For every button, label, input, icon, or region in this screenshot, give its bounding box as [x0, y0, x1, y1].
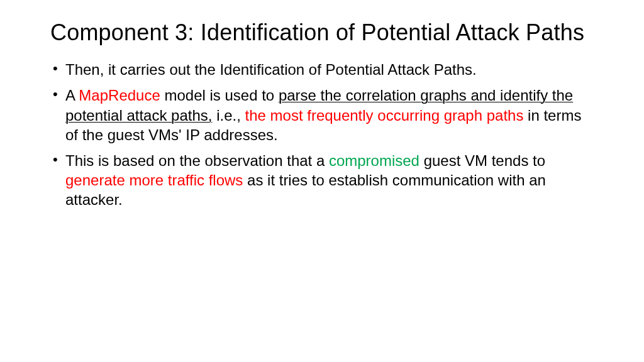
body-text: model is used to [160, 87, 279, 104]
body-text: Then, it carries out the Identification … [65, 61, 477, 78]
body-text: This is based on the observation that a [65, 152, 329, 169]
list-item: A MapReduce model is used to parse the c… [50, 85, 594, 145]
body-text: guest VM tends to [419, 152, 545, 169]
body-text: A [65, 87, 79, 104]
list-item: Then, it carries out the Identification … [50, 60, 594, 79]
body-text: i.e., [212, 107, 245, 124]
highlight-text: the most frequently occurring graph path… [245, 107, 524, 124]
highlight-text: MapReduce [79, 87, 160, 104]
highlight-text: generate more traffic flows [65, 172, 243, 189]
bullet-list: Then, it carries out the Identification … [50, 60, 594, 209]
list-item: This is based on the observation that a … [50, 151, 594, 210]
highlight-text: compromised [329, 152, 419, 169]
slide-title: Component 3: Identification of Potential… [50, 19, 594, 46]
